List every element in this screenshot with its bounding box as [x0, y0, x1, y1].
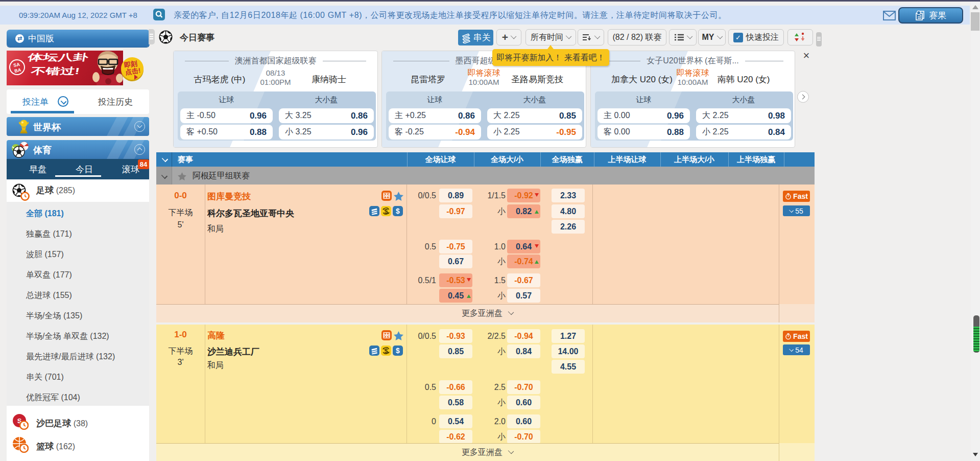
svg-text:$: $	[396, 347, 400, 355]
svg-text:$: $	[396, 207, 400, 215]
